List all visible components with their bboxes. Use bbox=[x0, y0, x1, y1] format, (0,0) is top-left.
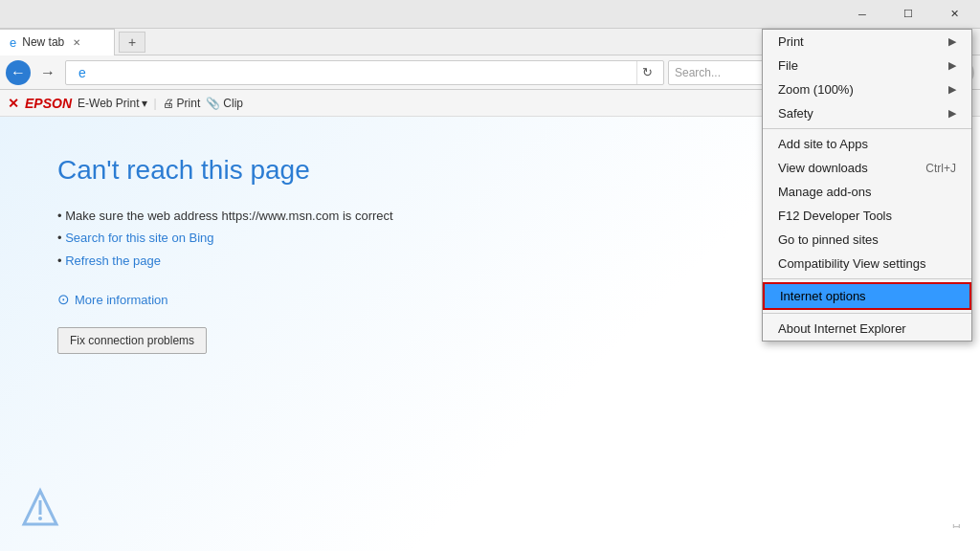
restore-button[interactable]: ☐ bbox=[886, 0, 930, 29]
toolbar-clip[interactable]: 📎 Clip bbox=[206, 97, 243, 110]
menu-item-zoom[interactable]: Zoom (100%) ▶ bbox=[763, 77, 971, 101]
menu-divider-3 bbox=[763, 313, 971, 314]
menu-safety-label: Safety bbox=[778, 106, 813, 121]
menu-internet-options-label: Internet options bbox=[780, 289, 866, 303]
menu-add-site-label: Add site to Apps bbox=[778, 137, 868, 151]
more-info-icon: ⊙ bbox=[57, 291, 70, 308]
more-info-label: More information bbox=[75, 293, 168, 307]
menu-file-label: File bbox=[778, 58, 798, 73]
toolbar-eweb-label: E-Web Print bbox=[78, 97, 139, 110]
watermark-logo bbox=[19, 486, 62, 532]
toolbar-separator-1: | bbox=[153, 97, 156, 110]
tab-label: New tab bbox=[22, 35, 64, 49]
menu-file-arrow: ▶ bbox=[948, 59, 956, 72]
tab-new-tab[interactable]: e New tab ✕ bbox=[0, 29, 115, 55]
menu-zoom-arrow: ▶ bbox=[948, 83, 956, 96]
refresh-button[interactable]: ↻ bbox=[636, 61, 657, 84]
refresh-link[interactable]: Refresh the page bbox=[65, 253, 161, 268]
menu-divider-2 bbox=[763, 278, 971, 279]
toolbar-close-button[interactable]: ✕ bbox=[8, 96, 19, 111]
menu-print-label: Print bbox=[778, 34, 804, 49]
search-placeholder: Search... bbox=[675, 66, 721, 79]
toolbar-eweb-print[interactable]: E-Web Print ▾ bbox=[78, 97, 147, 110]
menu-item-compat[interactable]: Compatibility View settings bbox=[763, 252, 971, 276]
tab-favicon: e bbox=[10, 35, 16, 50]
print-icon: 🖨 bbox=[163, 97, 174, 110]
menu-item-print[interactable]: Print ▶ bbox=[763, 30, 971, 54]
menu-f12-label: F12 Developer Tools bbox=[778, 209, 892, 223]
back-button[interactable]: ← bbox=[6, 60, 31, 85]
menu-item-add-site[interactable]: Add site to Apps bbox=[763, 132, 971, 156]
menu-downloads-label: View downloads bbox=[778, 161, 868, 175]
minimize-button[interactable]: ─ bbox=[840, 0, 884, 29]
menu-item-file[interactable]: File ▶ bbox=[763, 54, 971, 77]
toolbar-clip-label: Clip bbox=[223, 97, 243, 110]
toolbar-eweb-arrow: ▾ bbox=[142, 97, 147, 110]
address-bar[interactable]: e ↻ bbox=[65, 60, 664, 85]
new-tab-button[interactable]: + bbox=[119, 32, 145, 53]
bullet-1: Make sure the web address https://www.ms… bbox=[65, 209, 392, 223]
toolbar-brand: EPSON bbox=[25, 96, 72, 111]
menu-item-internet-options[interactable]: Internet options bbox=[763, 282, 971, 310]
clip-icon: 📎 bbox=[206, 97, 220, 110]
search-bing-link[interactable]: Search for this site on Bing bbox=[65, 231, 213, 245]
menu-item-about[interactable]: About Internet Explorer bbox=[763, 317, 971, 341]
menu-zoom-label: Zoom (100%) bbox=[778, 82, 854, 97]
menu-item-addons[interactable]: Manage add-ons bbox=[763, 180, 971, 204]
watermark-icon: ꟷ bbox=[952, 515, 961, 536]
context-menu: Print ▶ File ▶ Zoom (100%) ▶ Safety ▶ Ad… bbox=[762, 29, 972, 342]
menu-about-label: About Internet Explorer bbox=[778, 321, 906, 336]
close-button[interactable]: ✕ bbox=[932, 0, 976, 29]
menu-item-f12[interactable]: F12 Developer Tools bbox=[763, 204, 971, 228]
toolbar-print[interactable]: 🖨 Print bbox=[163, 97, 201, 110]
title-bar: ─ ☐ ✕ bbox=[0, 0, 980, 29]
menu-safety-arrow: ▶ bbox=[948, 107, 956, 120]
menu-addons-label: Manage add-ons bbox=[778, 185, 872, 199]
toolbar-print-label: Print bbox=[177, 97, 201, 110]
ie-logo: e bbox=[72, 62, 93, 83]
watermark-right: ꟷ bbox=[952, 515, 961, 537]
forward-button[interactable]: → bbox=[34, 60, 61, 85]
svg-point-2 bbox=[38, 517, 42, 520]
menu-item-downloads[interactable]: View downloads Ctrl+J bbox=[763, 156, 971, 180]
tab-close-button[interactable]: ✕ bbox=[70, 36, 83, 49]
menu-item-safety[interactable]: Safety ▶ bbox=[763, 101, 971, 125]
menu-compat-label: Compatibility View settings bbox=[778, 256, 925, 271]
menu-divider-1 bbox=[763, 128, 971, 129]
fix-connection-button[interactable]: Fix connection problems bbox=[57, 327, 207, 354]
window-controls: ─ ☐ ✕ bbox=[840, 0, 976, 29]
menu-downloads-shortcut: Ctrl+J bbox=[925, 162, 956, 175]
menu-pinned-label: Go to pinned sites bbox=[778, 232, 879, 247]
browser-window: ─ ☐ ✕ e New tab ✕ + ← → e ↻ Search... ⚲ … bbox=[0, 0, 980, 551]
menu-print-arrow: ▶ bbox=[948, 35, 956, 48]
menu-item-pinned[interactable]: Go to pinned sites bbox=[763, 228, 971, 252]
